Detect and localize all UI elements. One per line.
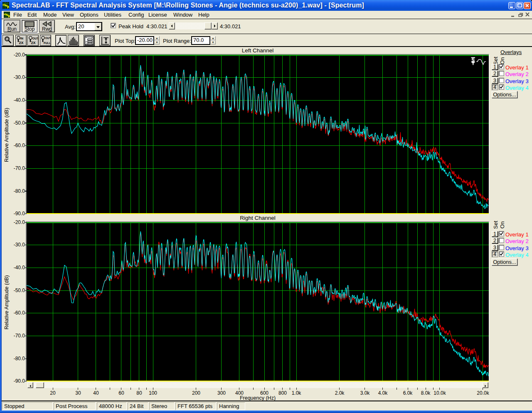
- svg-text:IN: IN: [20, 37, 23, 40]
- svg-text:OUT: OUT: [45, 37, 51, 39]
- svg-text:2X: 2X: [31, 41, 36, 44]
- svg-text:2X: 2X: [19, 41, 24, 44]
- svg-text:FULL: FULL: [44, 42, 50, 44]
- svg-text:OUT: OUT: [32, 37, 38, 40]
